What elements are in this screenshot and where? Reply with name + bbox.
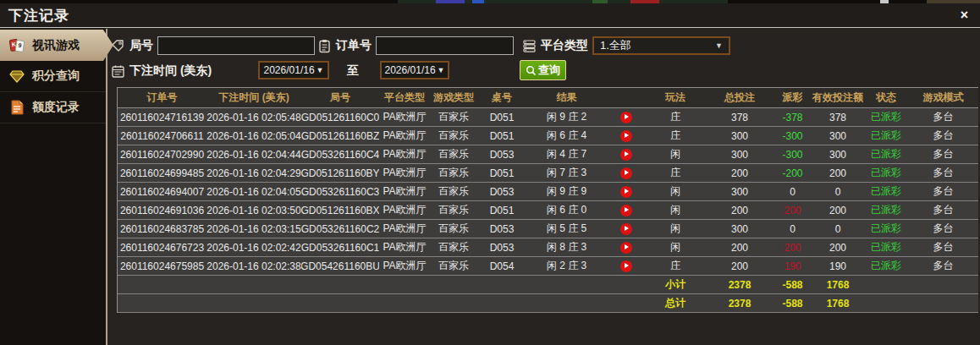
search-button[interactable]: 查询 [520,60,566,80]
cell-result: 闲 2 庄 3 [526,257,607,275]
sidebar-item-label: 额度记录 [32,100,80,115]
cell-mode: 多台 [908,183,978,200]
cell-time: 2026-01-16 02:04:44 [206,145,301,163]
cell-status: 已派彩 [864,183,908,200]
cell-total: 300 [706,220,774,238]
date-from-picker[interactable]: 2026/01/16 ▼ [258,61,329,79]
cell-total: 200 [706,164,774,182]
cell-round: GD051261160BY [301,164,379,182]
sidebar-item-video-games[interactable]: K 9 视讯游戏 [0,30,113,61]
cell-valid: 300 [812,145,864,163]
sidebar-item-quota-records[interactable]: 额度记录 [0,92,106,123]
list-icon [522,39,537,53]
subtotal-cell-time [206,276,301,293]
cell-valid: 0 [812,220,864,238]
grand-total-cell-mode [908,294,978,312]
cell-platform: PA欧洲厅 [379,257,430,275]
cell-game: 百家乐 [430,220,477,238]
cell-game: 百家乐 [430,257,477,275]
cell-platform: PA欧洲厅 [379,108,430,126]
close-icon[interactable]: × [961,8,968,22]
subtotal-cell-table_no [477,276,526,293]
subtotal-cell-round [301,276,379,293]
play-video-icon[interactable] [620,149,632,161]
cell-status: 已派彩 [864,127,908,145]
play-video-icon[interactable] [620,242,632,254]
table-header-row: 订单号下注时间 (美东)局号平台类型游戏类型桌号结果玩法总投注派彩有效投注额状态… [118,88,978,108]
cell-round: GD051261160C0 [301,108,379,126]
play-video-icon[interactable] [620,186,632,198]
order-number-input[interactable] [376,36,514,55]
play-video-icon[interactable] [620,260,632,272]
cell-status: 已派彩 [864,164,908,182]
cell-table_no: D051 [477,127,526,145]
cell-order: 260116024706611 [118,127,206,145]
cell-result: 闲 9 庄 2 [526,108,607,126]
bets-table: 订单号下注时间 (美东)局号平台类型游戏类型桌号结果玩法总投注派彩有效投注额状态… [117,87,978,313]
cell-time: 2026-01-16 02:04:05 [206,183,301,200]
round-filter-group: 局号 [111,36,315,56]
play-video-icon[interactable] [620,167,632,179]
cell-time: 2026-01-16 02:03:15 [206,220,301,238]
grand-total-cell-table_no [477,294,526,312]
header-cell: 有效投注额 [812,88,864,107]
order-number-label: 订单号 [336,38,372,53]
cell-result: 闲 6 庄 4 [526,127,607,145]
grand-total-cell-result [526,294,607,312]
sidebar-item-points-query[interactable]: 积分查询 [0,61,106,92]
round-number-input[interactable] [157,36,315,55]
cell-game: 百家乐 [430,201,477,219]
cell-game: 百家乐 [430,238,477,256]
cell-bet_type: 闲 [645,183,706,200]
play-video-icon[interactable] [620,223,632,235]
subtotal-cell-bet_type: 小计 [645,276,706,293]
cell-payout: -300 [774,127,812,145]
cell-table_no: D051 [477,164,526,182]
header-cell: 游戏类型 [430,88,477,107]
search-button-label: 查询 [538,63,560,78]
cell-round: GD053261160C2 [301,220,379,238]
cell-game: 百家乐 [430,183,477,200]
cell-payout: -300 [774,145,812,163]
date-to-value: 2026/01/16 [385,64,436,76]
play-video-icon[interactable] [620,112,632,123]
play-cell [607,257,645,275]
cell-table_no: D053 [477,238,526,256]
header-cell: 玩法 [645,88,706,107]
cell-status: 已派彩 [864,201,908,219]
header-cell: 派彩 [774,88,812,107]
cell-total: 300 [706,145,774,163]
bet-time-label: 下注时间 (美东) [129,63,212,79]
date-to-label: 至 [347,63,359,79]
header-cell: 状态 [864,88,908,107]
play-cell [607,201,645,219]
cell-bet_type: 闲 [645,201,706,219]
platform-type-select[interactable]: 1.全部 ▼ [592,36,730,55]
cell-time: 2026-01-16 02:03:50 [206,201,301,219]
cell-payout: 200 [774,201,812,219]
cell-round: GD053261160C4 [301,145,379,163]
cell-result: 闲 7 庄 3 [526,164,607,182]
grand-total-cell-play [607,294,645,312]
sidebar: K 9 视讯游戏 积分查询 [0,29,107,345]
sidebar-item-label: 视讯游戏 [32,38,80,53]
table-row: 2601160247029902026-01-16 02:04:44GD0532… [118,145,978,164]
play-video-icon[interactable] [620,130,632,142]
date-to-picker[interactable]: 2026/01/16 ▼ [380,61,449,79]
cell-mode: 多台 [908,220,978,238]
cell-valid: 0 [812,183,864,200]
table-row: 2601160246940072026-01-16 02:04:05GD0532… [118,183,978,201]
cell-result: 闲 8 庄 3 [526,238,607,256]
cell-bet_type: 闲 [645,238,706,256]
grand-total-cell-total: 2378 [706,294,774,312]
cell-table_no: D054 [477,257,526,275]
cell-order: 260116024676723 [118,238,206,256]
grand-total-cell-platform [379,294,430,312]
cell-bet_type: 庄 [645,127,706,145]
cell-platform: PA欧洲厅 [379,164,430,182]
header-cell: 平台类型 [379,88,430,107]
cell-valid: 200 [812,201,864,219]
cell-payout: 0 [774,183,812,200]
cell-mode: 多台 [908,164,978,182]
play-video-icon[interactable] [620,205,632,216]
